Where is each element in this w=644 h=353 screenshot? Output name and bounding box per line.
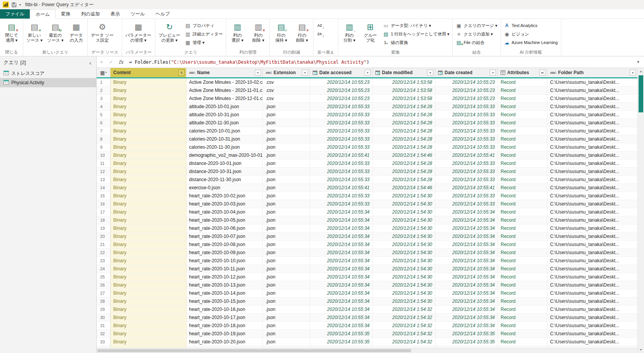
cell-content[interactable]: Binary [111, 103, 186, 111]
cell-date-modified[interactable]: 2020/12/14 1:54:30 [373, 233, 435, 241]
cell-date-accessed[interactable]: 2020/12/14 10:55:33 [310, 160, 373, 168]
row-number[interactable]: 3 [97, 95, 111, 103]
cell-date-accessed[interactable]: 2020/12/14 10:55:23 [310, 87, 373, 95]
column-header-date-accessed[interactable]: Date accessed▾ [310, 68, 373, 77]
cell-name[interactable]: heart_rate-2020-10-06.json [186, 224, 263, 233]
cell-folder-path[interactable]: C:\Users\susumu_tanaka\Deskt... [547, 143, 637, 151]
cell-folder-path[interactable]: C:\Users\susumu_tanaka\Deskt... [547, 111, 637, 119]
cell-date-modified[interactable]: 2020/12/14 1:54:30 [373, 297, 435, 305]
filter-icon[interactable]: ▾ [255, 70, 261, 76]
row-number[interactable]: 1 [97, 78, 111, 87]
cell-date-modified[interactable]: 2020/12/14 1:54:30 [373, 200, 435, 208]
cell-extension[interactable]: .json [263, 249, 310, 257]
cell-date-accessed[interactable]: 2020/12/14 10:55:33 [310, 143, 373, 151]
cell-date-modified[interactable]: 2020/12/14 1:54:28 [373, 135, 435, 143]
cell-name[interactable]: heart_rate-2020-10-03.json [186, 200, 263, 208]
cell-content[interactable]: Binary [111, 281, 186, 289]
cell-date-accessed[interactable]: 2020/12/14 10:55:34 [310, 233, 373, 241]
cell-attributes[interactable]: Record [498, 314, 547, 322]
cell-date-accessed[interactable]: 2020/12/14 10:55:35 [310, 338, 373, 346]
cell-attributes[interactable]: Record [498, 289, 547, 297]
cell-attributes[interactable]: Record [498, 305, 547, 314]
tab-home[interactable]: ホーム [30, 9, 56, 19]
cell-name[interactable]: heart_rate-2020-10-14.json [186, 289, 263, 297]
cell-date-accessed[interactable]: 2020/12/14 10:55:33 [310, 168, 373, 176]
tab-help[interactable]: ヘルプ [150, 9, 175, 19]
cell-date-accessed[interactable]: 2020/12/14 10:55:35 [310, 330, 373, 338]
row-number[interactable]: 21 [97, 241, 111, 249]
cell-date-modified[interactable]: 2020/12/14 1:53:58 [373, 95, 435, 103]
filter-icon[interactable]: ▾ [427, 70, 433, 76]
cell-name[interactable]: exercise-0.json [186, 184, 263, 192]
properties-button[interactable]: ▤プロパティ [183, 22, 225, 29]
cell-extension[interactable]: .csv [263, 95, 310, 103]
cell-name[interactable]: altitude-2020-10-31.json [186, 111, 263, 119]
cell-name[interactable]: distance-2020-11-30.json [186, 176, 263, 184]
cell-date-modified[interactable]: 2020/12/14 1:54:28 [373, 119, 435, 127]
cell-extension[interactable]: .json [263, 184, 310, 192]
cell-content[interactable]: Binary [111, 216, 186, 224]
collapse-pane-icon[interactable]: ‹ [88, 59, 93, 66]
cell-attributes[interactable]: Record [498, 297, 547, 305]
cell-date-created[interactable]: 2020/12/14 10:55:33 [435, 192, 498, 200]
row-number[interactable]: 14 [97, 184, 111, 192]
cell-extension[interactable]: .json [263, 127, 310, 135]
merge-queries-button[interactable]: ▣クエリのマージ ▾ [454, 22, 499, 29]
cell-extension[interactable]: .json [263, 119, 310, 127]
choose-columns-button[interactable]: ▥列の選択 ▾ [227, 20, 247, 49]
cell-extension[interactable]: .json [263, 208, 310, 216]
cell-name[interactable]: heart_rate-2020-10-16.json [186, 305, 263, 314]
cell-date-created[interactable]: 2020/12/14 10:55:33 [435, 135, 498, 143]
cell-folder-path[interactable]: C:\Users\susumu_tanaka\Deskt... [547, 241, 637, 249]
data-source-settings-button[interactable]: ⚙データ ソース設定 [89, 20, 116, 49]
cell-date-created[interactable]: 2020/12/14 10:55:34 [435, 273, 498, 281]
cell-folder-path[interactable]: C:\Users\susumu_tanaka\Deskt... [547, 233, 637, 241]
row-number[interactable]: 7 [97, 127, 111, 135]
cell-extension[interactable]: .json [263, 168, 310, 176]
cell-attributes[interactable]: Record [498, 111, 547, 119]
cell-content[interactable]: Binary [111, 127, 186, 135]
cell-content[interactable]: Binary [111, 265, 186, 273]
sort-ascending-button[interactable]: AZ↓ [315, 22, 324, 29]
row-number[interactable]: 20 [97, 233, 111, 241]
cell-date-created[interactable]: 2020/12/14 10:55:23 [435, 95, 498, 103]
cell-date-modified[interactable]: 2020/12/14 1:54:32 [373, 338, 435, 346]
cell-date-accessed[interactable]: 2020/12/14 10:55:34 [310, 297, 373, 305]
row-number[interactable]: 30 [97, 314, 111, 322]
cell-attributes[interactable]: Record [498, 200, 547, 208]
cell-extension[interactable]: .json [263, 233, 310, 241]
row-number[interactable]: 16 [97, 200, 111, 208]
cell-folder-path[interactable]: C:\Users\susumu_tanaka\Deskt... [547, 176, 637, 184]
cell-date-created[interactable]: 2020/12/14 10:55:34 [435, 289, 498, 297]
cell-attributes[interactable]: Record [498, 119, 547, 127]
cell-content[interactable]: Binary [111, 135, 186, 143]
cell-date-created[interactable]: 2020/12/14 10:55:34 [435, 322, 498, 330]
cell-date-accessed[interactable]: 2020/12/14 10:55:33 [310, 200, 373, 208]
cell-extension[interactable]: .json [263, 151, 310, 160]
cell-date-modified[interactable]: 2020/12/14 1:54:28 [373, 127, 435, 135]
cell-date-created[interactable]: 2020/12/14 10:55:34 [435, 257, 498, 265]
cell-date-created[interactable]: 2020/12/14 10:55:41 [435, 151, 498, 160]
horizontal-scroll-thumb[interactable] [97, 349, 411, 352]
cell-name[interactable]: calories-2020-10-01.json [186, 127, 263, 135]
scroll-down-icon[interactable]: ▼ [638, 346, 644, 353]
cell-date-accessed[interactable]: 2020/12/14 10:55:41 [310, 184, 373, 192]
recent-sources-button[interactable]: ▤↻最近のソース ▾ [45, 20, 65, 49]
cell-folder-path[interactable]: C:\Users\susumu_tanaka\Deskt... [547, 127, 637, 135]
row-number[interactable]: 27 [97, 289, 111, 297]
cell-date-modified[interactable]: 2020/12/14 1:54:46 [373, 184, 435, 192]
cell-folder-path[interactable]: C:\Users\susumu_tanaka\Deskt... [547, 119, 637, 127]
cell-extension[interactable]: .json [263, 330, 310, 338]
cell-date-accessed[interactable]: 2020/12/14 10:55:33 [310, 176, 373, 184]
cell-folder-path[interactable]: C:\Users\susumu_tanaka\Deskt... [547, 87, 637, 95]
row-number[interactable]: 23 [97, 257, 111, 265]
cell-date-modified[interactable]: 2020/12/14 1:54:30 [373, 208, 435, 216]
column-header-extension[interactable]: ABCExtension▾ [263, 68, 310, 77]
cell-attributes[interactable]: Record [498, 95, 547, 103]
cell-content[interactable]: Binary [111, 200, 186, 208]
cell-date-created[interactable]: 2020/12/14 10:55:34 [435, 233, 498, 241]
cell-date-created[interactable]: 2020/12/14 10:55:34 [435, 241, 498, 249]
cell-attributes[interactable]: Record [498, 216, 547, 224]
cell-date-modified[interactable]: 2020/12/14 1:54:28 [373, 168, 435, 176]
cell-attributes[interactable]: Record [498, 78, 547, 87]
